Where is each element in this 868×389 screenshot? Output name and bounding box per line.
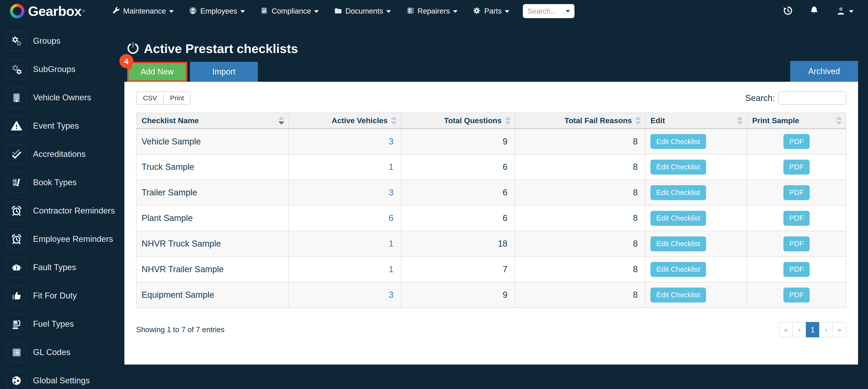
active-vehicles-link[interactable]: 1 bbox=[389, 265, 394, 274]
sidebar-item-fault-types[interactable]: Fault Types bbox=[0, 253, 124, 281]
edit-checklist-button[interactable]: Edit Checklist bbox=[650, 211, 706, 226]
csv-button[interactable]: CSV bbox=[136, 91, 164, 105]
nav-label: Employees bbox=[200, 7, 237, 16]
chevron-down-icon bbox=[169, 10, 174, 13]
pagination: « ‹ 1 › » bbox=[779, 322, 846, 337]
page-title: Active Prestart checklists bbox=[144, 41, 298, 56]
main-nav: Maintenance Employees Compliance Documen… bbox=[112, 6, 509, 16]
edit-checklist-button[interactable]: Edit Checklist bbox=[650, 134, 706, 149]
action-buttons-row: 4 Add New Import Archived bbox=[124, 61, 858, 82]
sidebar-item-groups[interactable]: Groups bbox=[0, 27, 124, 55]
checklist-name-cell: NHVR Truck Sample bbox=[136, 231, 288, 256]
pagination-page-1-button[interactable]: 1 bbox=[806, 322, 819, 337]
pdf-button[interactable]: PDF bbox=[783, 237, 810, 251]
sort-arrows-icon bbox=[635, 116, 641, 125]
topbar-actions bbox=[782, 5, 854, 17]
sidebar-item-vehicle-owners[interactable]: Vehicle Owners bbox=[0, 83, 124, 112]
sidebar-item-accreditations[interactable]: Accreditations bbox=[0, 140, 124, 168]
user-avatar-icon bbox=[835, 5, 846, 17]
sidebar-item-global-settings[interactable]: Global Settings bbox=[0, 366, 124, 389]
active-vehicles-link[interactable]: 1 bbox=[389, 239, 394, 248]
nav-label: Parts bbox=[484, 7, 502, 16]
total-fail-reasons-cell: 8 bbox=[515, 154, 645, 180]
nav-item-compliance[interactable]: Compliance bbox=[260, 6, 319, 16]
search-input[interactable] bbox=[778, 91, 846, 105]
total-questions-cell: 6 bbox=[401, 180, 515, 205]
checklist-name-cell: NHVR Trailer Sample bbox=[136, 256, 288, 282]
checklist-name-cell: Equipment Sample bbox=[136, 282, 288, 308]
pdf-button[interactable]: PDF bbox=[783, 160, 810, 174]
sidebar-item-label: Fault Types bbox=[33, 263, 76, 272]
pdf-button[interactable]: PDF bbox=[783, 211, 810, 226]
chevron-down-icon bbox=[386, 10, 391, 13]
edit-checklist-button[interactable]: Edit Checklist bbox=[650, 287, 706, 303]
sidebar-item-employee-reminders[interactable]: Employee Reminders bbox=[0, 225, 124, 253]
nav-item-maintenance[interactable]: Maintenance bbox=[112, 6, 174, 16]
edit-checklist-button[interactable]: Edit Checklist bbox=[650, 237, 706, 251]
total-fail-reasons-cell: 8 bbox=[515, 256, 645, 282]
notifications-button[interactable] bbox=[809, 5, 819, 17]
edit-checklist-button[interactable]: Edit Checklist bbox=[650, 185, 706, 200]
import-button[interactable]: Import bbox=[190, 62, 258, 82]
checklist-name-cell: Vehicle Sample bbox=[136, 129, 288, 154]
pagination-prev-button[interactable]: ‹ bbox=[793, 322, 806, 337]
nav-item-employees[interactable]: Employees bbox=[189, 6, 245, 16]
sidebar-item-fuel-types[interactable]: Fuel Types bbox=[0, 310, 124, 338]
pagination-last-button[interactable]: » bbox=[833, 322, 846, 337]
column-header-total-fail-reasons[interactable]: Total Fail Reasons bbox=[515, 113, 645, 129]
search-label: Search: bbox=[745, 93, 775, 103]
pagination-next-button[interactable]: › bbox=[819, 322, 833, 337]
history-button[interactable] bbox=[782, 5, 793, 17]
column-header-checklist-name[interactable]: Checklist Name bbox=[136, 113, 288, 129]
sidebar-item-label: GL Codes bbox=[33, 348, 70, 357]
total-fail-reasons-cell: 8 bbox=[515, 180, 645, 205]
column-header-total-questions[interactable]: Total Questions bbox=[401, 113, 515, 129]
sidebar-item-fit-for-duty[interactable]: Fit For Duty bbox=[0, 281, 124, 310]
pdf-button[interactable]: PDF bbox=[783, 134, 810, 149]
total-questions-cell: 9 bbox=[401, 129, 515, 154]
archived-button[interactable]: Archived bbox=[790, 61, 858, 82]
user-menu[interactable] bbox=[835, 5, 854, 17]
pdf-button[interactable]: PDF bbox=[783, 287, 810, 303]
nav-item-documents[interactable]: Documents bbox=[334, 6, 391, 16]
chevron-down-icon bbox=[849, 10, 854, 13]
nav-item-parts[interactable]: Parts bbox=[472, 6, 509, 16]
gearbox-logo[interactable]: Gearbox ® bbox=[10, 3, 85, 19]
sidebar-item-book-types[interactable]: Book Types bbox=[0, 168, 124, 197]
sidebar-item-label: Accreditations bbox=[33, 149, 86, 159]
active-vehicles-link[interactable]: 1 bbox=[389, 162, 394, 172]
sidebar-item-label: Event Types bbox=[33, 121, 79, 131]
engine-warning-icon bbox=[6, 257, 27, 278]
pdf-button[interactable]: PDF bbox=[783, 262, 810, 277]
chevron-down-icon bbox=[566, 10, 570, 12]
bell-icon bbox=[809, 5, 819, 17]
active-vehicles-link[interactable]: 6 bbox=[389, 213, 394, 223]
column-header-print-sample[interactable]: Print Sample bbox=[747, 113, 846, 129]
total-fail-reasons-cell: 8 bbox=[515, 205, 645, 231]
column-header-active-vehicles[interactable]: Active Vehicles bbox=[288, 113, 401, 129]
total-fail-reasons-cell: 8 bbox=[515, 129, 645, 154]
edit-checklist-button[interactable]: Edit Checklist bbox=[650, 160, 706, 174]
active-vehicles-link[interactable]: 3 bbox=[389, 290, 394, 300]
sidebar-item-event-types[interactable]: Event Types bbox=[0, 112, 124, 140]
folder-icon bbox=[334, 6, 342, 16]
nav-item-repairers[interactable]: Repairers bbox=[406, 6, 458, 16]
sidebar-item-subgroups[interactable]: SubGroups bbox=[0, 55, 124, 83]
print-button[interactable]: Print bbox=[163, 91, 191, 105]
thumbs-up-icon bbox=[6, 285, 27, 306]
power-icon bbox=[126, 41, 140, 56]
calendar-check-icon bbox=[260, 6, 269, 16]
table-row: Equipment Sample 3 9 8 Edit Checklist PD… bbox=[136, 282, 846, 308]
sidebar-item-gl-codes[interactable]: GL Codes bbox=[0, 338, 124, 366]
active-vehicles-link[interactable]: 3 bbox=[389, 137, 394, 146]
column-header-edit[interactable]: Edit bbox=[645, 113, 747, 129]
add-new-button[interactable]: Add New bbox=[128, 63, 186, 80]
pagination-first-button[interactable]: « bbox=[779, 322, 793, 337]
app-root: Gearbox ® Maintenance Employees Complian… bbox=[0, 0, 868, 389]
pdf-button[interactable]: PDF bbox=[783, 185, 810, 200]
global-search-select[interactable]: Search... bbox=[523, 4, 575, 18]
sidebar-item-contractor-reminders[interactable]: Contractor Reminders bbox=[0, 197, 124, 225]
edit-checklist-button[interactable]: Edit Checklist bbox=[650, 262, 706, 277]
gearbox-logo-text: Gearbox bbox=[28, 3, 82, 19]
active-vehicles-link[interactable]: 3 bbox=[389, 188, 394, 197]
